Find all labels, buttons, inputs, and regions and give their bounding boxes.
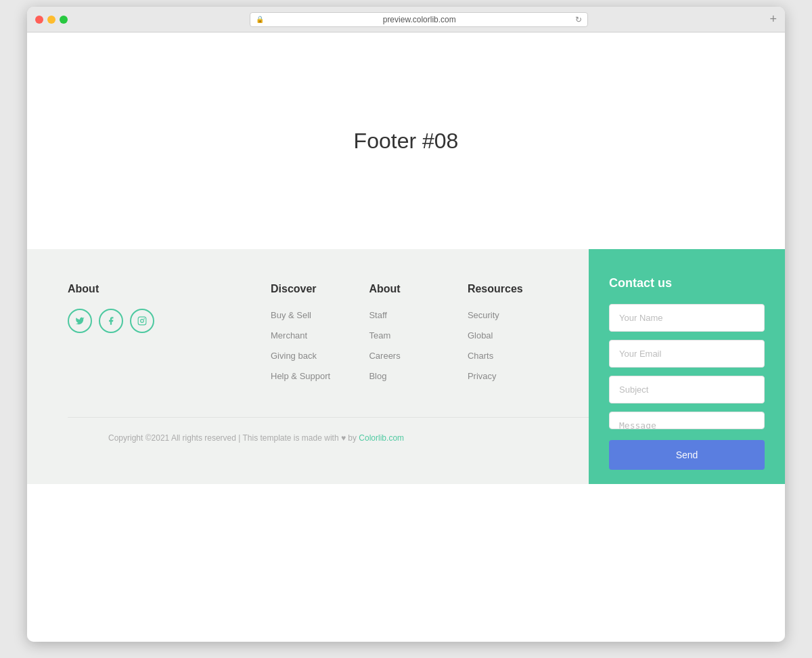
footer-resources-column: Resources Security Global Charts Privacy [468, 283, 539, 390]
svg-point-1 [141, 320, 144, 323]
about-careers-link[interactable]: Careers [369, 351, 400, 361]
page-title: Footer #08 [354, 129, 459, 154]
resources-nav-list: Security Global Charts Privacy [468, 309, 539, 382]
list-item: Security [468, 309, 539, 321]
footer-about-column: About [68, 283, 244, 390]
about-nav-list: Staff Team Careers Blog [369, 309, 440, 382]
resources-security-link[interactable]: Security [468, 310, 499, 320]
address-bar[interactable]: 🔒 preview.colorlib.com ↻ [250, 12, 588, 27]
list-item: Privacy [468, 370, 539, 382]
browser-window: 🔒 preview.colorlib.com ↻ + Footer #08 Ab… [27, 7, 785, 642]
list-item: Global [468, 329, 539, 341]
about-blog-link[interactable]: Blog [369, 371, 386, 381]
list-item: Careers [369, 349, 440, 361]
list-item: Charts [468, 349, 539, 361]
resources-charts-link[interactable]: Charts [468, 351, 493, 361]
list-item: Staff [369, 309, 440, 321]
twitter-icon[interactable] [68, 309, 92, 333]
page-content: Footer #08 About [27, 32, 785, 642]
resources-title: Resources [468, 283, 539, 295]
copyright-static-text: Copyright ©2021 All rights reserved | Th… [108, 433, 359, 443]
contact-subject-input[interactable] [609, 376, 765, 403]
facebook-icon[interactable] [99, 309, 123, 333]
footer-discover-column: Discover Buy & Sell Merchant Giving back… [271, 283, 342, 390]
contact-message-textarea[interactable] [609, 412, 765, 429]
discover-help-support-link[interactable]: Help & Support [271, 371, 330, 381]
list-item: Buy & Sell [271, 309, 342, 321]
about-nav-title: About [369, 283, 440, 295]
new-tab-button[interactable]: + [769, 12, 777, 26]
contact-email-input[interactable] [609, 340, 765, 368]
colorlib-link[interactable]: Colorlib.com [359, 433, 404, 443]
contact-title: Contact us [609, 276, 765, 290]
discover-buy-sell-link[interactable]: Buy & Sell [271, 310, 311, 320]
minimize-button[interactable] [47, 16, 55, 24]
svg-rect-0 [138, 317, 146, 325]
discover-giving-back-link[interactable]: Giving back [271, 351, 317, 361]
lock-icon: 🔒 [256, 16, 264, 23]
list-item: Merchant [271, 329, 342, 341]
discover-merchant-link[interactable]: Merchant [271, 330, 307, 341]
svg-point-2 [144, 319, 145, 320]
window-controls [35, 16, 68, 24]
send-button[interactable]: Send [609, 440, 765, 470]
hero-section: Footer #08 [27, 32, 785, 249]
about-title: About [68, 283, 244, 295]
discover-nav-list: Buy & Sell Merchant Giving back Help & S… [271, 309, 342, 382]
about-staff-link[interactable]: Staff [369, 310, 387, 320]
maximize-button[interactable] [60, 16, 68, 24]
close-button[interactable] [35, 16, 43, 24]
footer-about-nav-column: About Staff Team Careers Blog [369, 283, 440, 390]
discover-title: Discover [271, 283, 342, 295]
resources-global-link[interactable]: Global [468, 330, 493, 341]
social-icons-group [68, 309, 244, 333]
url-text: preview.colorlib.com [268, 15, 571, 24]
contact-name-input[interactable] [609, 304, 765, 332]
footer-section: About [27, 249, 785, 484]
reload-button[interactable]: ↻ [575, 15, 582, 24]
about-team-link[interactable]: Team [369, 330, 390, 341]
contact-panel: Contact us Send [589, 249, 785, 484]
browser-titlebar: 🔒 preview.colorlib.com ↻ + [27, 7, 785, 32]
instagram-icon[interactable] [130, 309, 154, 333]
copyright-text: Copyright ©2021 All rights reserved | Th… [108, 433, 404, 443]
after-footer-space [27, 484, 785, 586]
list-item: Help & Support [271, 370, 342, 382]
list-item: Blog [369, 370, 440, 382]
list-item: Giving back [271, 349, 342, 361]
list-item: Team [369, 329, 440, 341]
resources-privacy-link[interactable]: Privacy [468, 371, 497, 381]
